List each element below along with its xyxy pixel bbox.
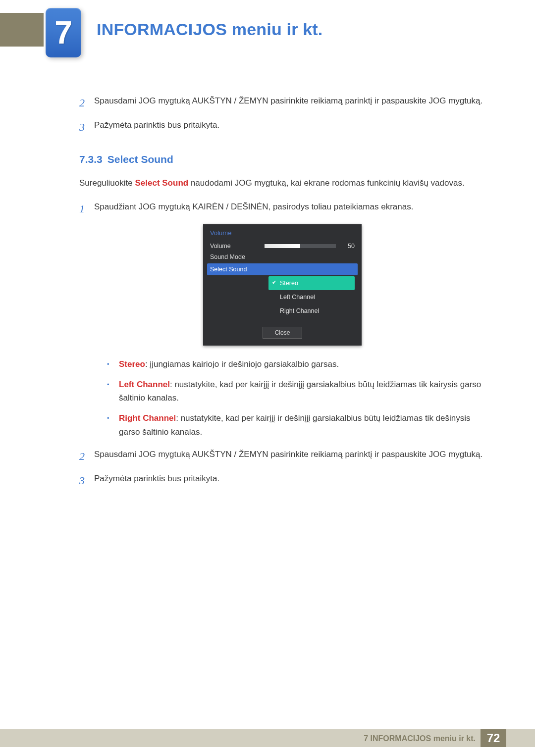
footer-chapter-label: 7 INFORMACIJOS meniu ir kt. (364, 734, 476, 743)
osd-option-left: Left Channel (268, 290, 355, 304)
bullet-rest: : nustatykite, kad per kairįjį ir dešinį… (119, 380, 481, 403)
step-number: 2 (79, 94, 94, 111)
osd-volume-value: 50 (341, 243, 355, 250)
step-number: 3 (79, 118, 94, 136)
osd-option-right: Right Channel (268, 304, 355, 318)
step-number: 1 (79, 200, 94, 217)
page-content: 2 Spausdami JOG mygtuką AUKŠTYN / ŽEMYN … (79, 94, 485, 496)
bullet-text: Stereo: įjungiamas kairiojo ir dešiniojo… (119, 357, 485, 371)
step-text: Pažymėta parinktis bus pritaikyta. (94, 472, 485, 489)
bullet-item: • Stereo: įjungiamas kairiojo ir dešinio… (107, 357, 485, 371)
section-number: 7.3.3 (79, 153, 103, 165)
bullet-keyword: Right Channel (119, 413, 176, 423)
bullet-dot-icon: • (107, 357, 119, 371)
step-text: Pažymėta parinktis bus pritaikyta. (94, 118, 485, 136)
intro-pre: Sureguliuokite (79, 178, 135, 188)
section-heading: 7.3.3Select Sound (79, 153, 485, 165)
bullet-item: • Left Channel: nustatykite, kad per kai… (107, 378, 485, 404)
intro-keyword: Select Sound (135, 178, 188, 188)
bullet-keyword: Left Channel (119, 380, 170, 389)
chapter-title: INFORMACIJOS meniu ir kt. (97, 20, 323, 39)
osd-options: Stereo Left Channel Right Channel (268, 276, 355, 318)
osd-row-soundmode: Sound Mode (203, 252, 362, 262)
bullet-item: • Right Channel: nustatykite, kad per ka… (107, 411, 485, 438)
step-row: 3 Pažymėta parinktis bus pritaikyta. (79, 118, 485, 136)
osd-screenshot-wrap: Volume Volume 50 Sound Mode Select Sound… (79, 224, 485, 346)
page-number-badge: 72 (481, 729, 506, 747)
osd-option-stereo: Stereo (268, 276, 355, 290)
osd-label: Volume (210, 243, 265, 250)
osd-title: Volume (203, 224, 362, 241)
step-text: Spaudžiant JOG mygtuką KAIRĖN / DEŠINĖN,… (94, 200, 485, 217)
step-row: 1 Spaudžiant JOG mygtuką KAIRĖN / DEŠINĖ… (79, 200, 485, 217)
osd-volume-slider (265, 244, 336, 248)
bullet-dot-icon: • (107, 411, 119, 438)
step-text: Spausdami JOG mygtuką AUKŠTYN / ŽEMYN pa… (94, 94, 485, 111)
osd-row-selectsound: Select Sound (207, 263, 358, 275)
chapter-tab: 7 (46, 8, 81, 57)
intro-paragraph: Sureguliuokite Select Sound naudodami JO… (79, 176, 485, 190)
section-title: Select Sound (107, 153, 173, 165)
step-number: 2 (79, 448, 94, 465)
chapter-number: 7 (54, 14, 72, 51)
osd-label: Select Sound (210, 266, 265, 273)
intro-post: naudodami JOG mygtuką, kai ekrane rodoma… (188, 178, 465, 188)
step-number: 3 (79, 472, 94, 489)
bullet-list: • Stereo: įjungiamas kairiojo ir dešinio… (107, 357, 485, 439)
bullet-text: Right Channel: nustatykite, kad per kair… (119, 411, 485, 438)
osd-close-button: Close (263, 327, 302, 339)
step-row: 3 Pažymėta parinktis bus pritaikyta. (79, 472, 485, 489)
bullet-text: Left Channel: nustatykite, kad per kairį… (119, 378, 485, 404)
step-text: Spausdami JOG mygtuką AUKŠTYN / ŽEMYN pa… (94, 448, 485, 465)
step-row: 2 Spausdami JOG mygtuką AUKŠTYN / ŽEMYN … (79, 448, 485, 465)
bullet-dot-icon: • (107, 378, 119, 404)
step-row: 2 Spausdami JOG mygtuką AUKŠTYN / ŽEMYN … (79, 94, 485, 111)
osd-panel: Volume Volume 50 Sound Mode Select Sound… (203, 224, 362, 346)
osd-label: Sound Mode (210, 253, 265, 260)
osd-row-volume: Volume 50 (203, 241, 362, 252)
bullet-rest: : įjungiamas kairiojo ir dešiniojo garsi… (145, 359, 339, 369)
bullet-keyword: Stereo (119, 359, 145, 369)
